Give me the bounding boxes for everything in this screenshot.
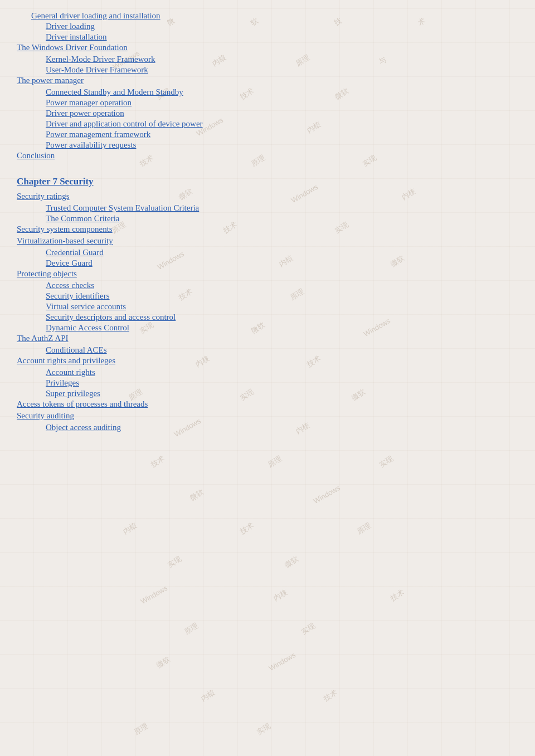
toc-link-conclusion[interactable]: Conclusion xyxy=(17,151,55,160)
toc-link-object-access-auditing[interactable]: Object access auditing xyxy=(46,423,121,432)
toc-link-account-rights[interactable]: Account rights and privileges xyxy=(17,356,115,365)
toc-link-security-descriptors[interactable]: Security descriptors and access control xyxy=(46,313,176,321)
toc-link-virtualization-based[interactable]: Virtualization-based security xyxy=(17,236,113,245)
toc-link-security-ratings[interactable]: Security ratings xyxy=(17,192,70,201)
list-item: Dynamic Access Control xyxy=(46,323,518,333)
list-item: Driver power operation xyxy=(46,109,518,118)
list-item: General driver loading and installation xyxy=(31,11,518,21)
list-item: Super privileges xyxy=(46,389,518,398)
toc-link-windows-driver-foundation[interactable]: The Windows Driver Foundation xyxy=(17,43,128,52)
list-item: Virtualization-based security xyxy=(17,236,518,246)
list-item: The Windows Driver Foundation xyxy=(17,43,518,52)
list-item: Device Guard xyxy=(46,258,518,268)
list-item: Power manager operation xyxy=(46,98,518,108)
toc-link-connected-standby[interactable]: Connected Standby and Modern Standby xyxy=(46,87,183,96)
list-item: Access checks xyxy=(46,281,518,290)
toc-link-credential-guard[interactable]: Credential Guard xyxy=(46,248,104,257)
toc-link-trusted-computer[interactable]: Trusted Computer System Evaluation Crite… xyxy=(46,203,199,212)
list-item: Conditional ACEs xyxy=(46,345,518,355)
list-item: User-Mode Driver Framework xyxy=(46,65,518,75)
toc-link-privileges[interactable]: Privileges xyxy=(46,378,79,387)
toc-link-security-identifiers[interactable]: Security identifiers xyxy=(46,291,110,300)
toc-link-security-auditing[interactable]: Security auditing xyxy=(17,411,74,420)
list-item: Virtual service accounts xyxy=(46,302,518,311)
toc-link-conditional-aces[interactable]: Conditional ACEs xyxy=(46,345,107,354)
toc-link-driver-loading[interactable]: Driver loading xyxy=(46,22,95,31)
list-item: The power manager xyxy=(17,76,518,85)
list-item: Protecting objects xyxy=(17,269,518,279)
list-item: Account rights xyxy=(46,368,518,377)
list-item: Security descriptors and access control xyxy=(46,313,518,322)
toc-link-common-criteria[interactable]: The Common Criteria xyxy=(46,214,119,223)
list-item: Security identifiers xyxy=(46,291,518,301)
toc-link-security-system-components[interactable]: Security system components xyxy=(17,225,113,233)
list-item: Security auditing xyxy=(17,411,518,421)
toc-link-account-rights-sub[interactable]: Account rights xyxy=(46,368,95,377)
list-item: Power management framework xyxy=(46,130,518,139)
list-item: Driver and application control of device… xyxy=(46,119,518,129)
list-item: Conclusion xyxy=(17,151,518,160)
toc-link-power-manager-operation[interactable]: Power manager operation xyxy=(46,98,132,107)
toc-link-protecting-objects[interactable]: Protecting objects xyxy=(17,269,77,278)
list-item: Driver loading xyxy=(46,22,518,31)
toc-link-authz-api[interactable]: The AuthZ API xyxy=(17,334,69,343)
list-item: Kernel-Mode Driver Framework xyxy=(46,55,518,64)
toc-link-virtual-service-accounts[interactable]: Virtual service accounts xyxy=(46,302,126,311)
list-item: Object access auditing xyxy=(46,423,518,432)
toc-content: General driver loading and installation … xyxy=(17,11,518,432)
toc-link-device-guard[interactable]: Device Guard xyxy=(46,258,93,267)
list-item: Security ratings xyxy=(17,192,518,201)
toc-link-super-privileges[interactable]: Super privileges xyxy=(46,389,100,398)
list-item: Driver installation xyxy=(46,32,518,42)
toc-link-user-mode[interactable]: User-Mode Driver Framework xyxy=(46,65,148,74)
toc-link-access-tokens[interactable]: Access tokens of processes and threads xyxy=(17,399,148,408)
list-item: The AuthZ API xyxy=(17,334,518,343)
toc-link-kernel-mode[interactable]: Kernel-Mode Driver Framework xyxy=(46,55,155,64)
toc-link-chapter7[interactable]: Chapter 7 Security xyxy=(17,176,94,187)
list-item: The Common Criteria xyxy=(46,214,518,223)
toc-link-dynamic-access-control[interactable]: Dynamic Access Control xyxy=(46,323,129,332)
list-item: Credential Guard xyxy=(46,248,518,257)
list-item: Account rights and privileges xyxy=(17,356,518,365)
toc-link-general-driver[interactable]: General driver loading and installation xyxy=(31,11,160,20)
list-item: Security system components xyxy=(17,225,518,234)
toc-link-driver-installation[interactable]: Driver installation xyxy=(46,32,107,41)
list-item: Power availability requests xyxy=(46,140,518,150)
list-item: Privileges xyxy=(46,378,518,388)
list-item: Access tokens of processes and threads xyxy=(17,399,518,409)
toc-link-access-checks[interactable]: Access checks xyxy=(46,281,94,290)
chapter7-heading: Chapter 7 Security xyxy=(17,176,518,187)
list-item: Connected Standby and Modern Standby xyxy=(46,87,518,97)
toc-link-power-manager[interactable]: The power manager xyxy=(17,76,84,85)
toc-link-power-mgmt-framework[interactable]: Power management framework xyxy=(46,130,150,139)
toc-link-driver-power-operation[interactable]: Driver power operation xyxy=(46,109,124,118)
toc-link-driver-app-control[interactable]: Driver and application control of device… xyxy=(46,119,203,128)
list-item: Trusted Computer System Evaluation Crite… xyxy=(46,203,518,213)
toc-link-power-availability[interactable]: Power availability requests xyxy=(46,140,136,149)
